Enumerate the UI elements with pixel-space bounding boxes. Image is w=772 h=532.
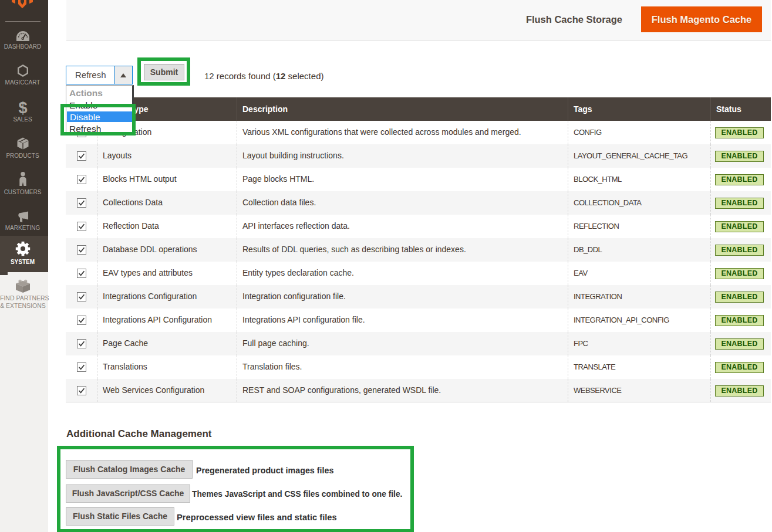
svg-text:$: $ [18,101,27,116]
